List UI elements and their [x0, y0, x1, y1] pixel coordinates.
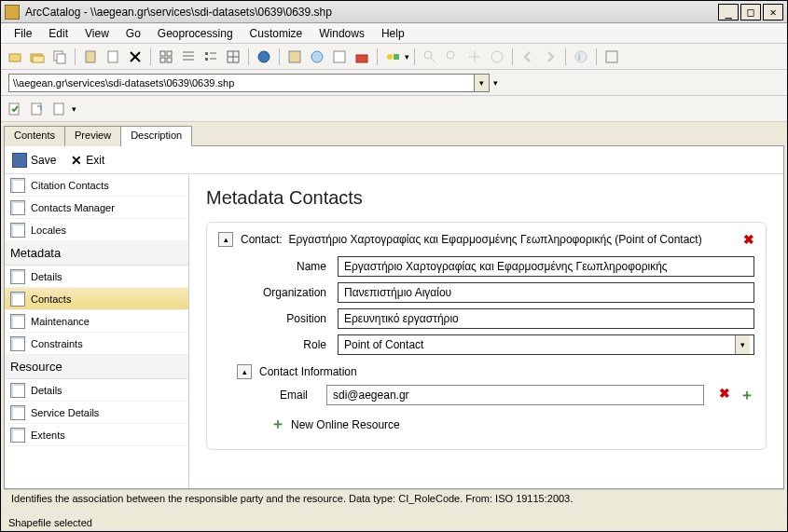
- doc-icon: [10, 200, 25, 215]
- zoom-in-icon: [420, 47, 440, 67]
- menu-file[interactable]: File: [7, 25, 39, 42]
- menu-edit[interactable]: Edit: [41, 25, 76, 42]
- contact-title: Contact: Εργαστήριο Χαρτογραφίας και Εφα…: [241, 233, 736, 246]
- svg-rect-37: [9, 103, 19, 115]
- svg-rect-4: [57, 54, 65, 63]
- delete-email-button[interactable]: ✖: [719, 386, 730, 405]
- svg-rect-11: [160, 58, 165, 62]
- properties-icon[interactable]: [49, 99, 70, 119]
- nav-metadata-constraints[interactable]: Constraints: [5, 333, 188, 355]
- doc-icon: [10, 383, 25, 398]
- name-label: Name: [242, 260, 326, 273]
- collapse-contactinfo-button[interactable]: ▴: [237, 364, 252, 379]
- nav-locales[interactable]: Locales: [5, 219, 188, 241]
- collapse-contact-button[interactable]: ▴: [218, 232, 233, 247]
- plus-icon: ＋: [270, 415, 285, 434]
- arcscene-icon[interactable]: [329, 47, 350, 67]
- toolbar-secondary: ▾: [1, 96, 787, 122]
- connect-folder-icon[interactable]: [5, 47, 25, 67]
- minimize-button[interactable]: _: [718, 4, 739, 20]
- chevron-down-icon[interactable]: ▾: [735, 335, 750, 354]
- new-icon[interactable]: [103, 47, 123, 67]
- svg-rect-9: [160, 51, 165, 56]
- name-input[interactable]: [338, 256, 754, 277]
- back-icon: [518, 47, 538, 67]
- role-select[interactable]: Point of Contact ▾: [338, 334, 754, 355]
- email-label: Email: [261, 389, 308, 402]
- menu-view[interactable]: View: [77, 25, 117, 42]
- svg-rect-12: [167, 58, 172, 62]
- nav-contacts-manager[interactable]: Contacts Manager: [5, 197, 188, 219]
- list-icon[interactable]: [178, 47, 199, 67]
- svg-rect-39: [54, 103, 63, 115]
- toolbar2-options-icon[interactable]: ▾: [72, 104, 76, 114]
- nav-resource-extents[interactable]: Extents: [5, 424, 188, 446]
- exit-icon: ✕: [71, 153, 82, 168]
- maximize-button[interactable]: □: [740, 4, 761, 20]
- menu-windows[interactable]: Windows: [311, 25, 372, 42]
- form-area[interactable]: Metadata Contacts ▴ Contact: Εργαστήριο …: [189, 174, 783, 488]
- nav-resource-details[interactable]: Details: [5, 379, 188, 402]
- save-button[interactable]: Save: [12, 153, 56, 168]
- menu-customize[interactable]: Customize: [242, 25, 311, 42]
- exit-button[interactable]: ✕ Exit: [71, 153, 104, 168]
- menu-geoprocessing[interactable]: Geoprocessing: [150, 25, 241, 42]
- svg-rect-29: [394, 54, 399, 60]
- toolbox-icon[interactable]: [352, 47, 372, 67]
- save-icon: [12, 153, 27, 168]
- tab-description[interactable]: Description: [120, 126, 192, 146]
- large-icons-icon[interactable]: [156, 47, 176, 67]
- arccatalog-icon[interactable]: [254, 47, 274, 67]
- export-icon[interactable]: [27, 99, 48, 119]
- toolbar-main: ▾ i: [1, 44, 787, 70]
- nav-metadata-maintenance[interactable]: Maintenance: [5, 310, 188, 333]
- svg-rect-18: [205, 58, 208, 61]
- organization-input[interactable]: [338, 282, 754, 303]
- arcglobe-icon[interactable]: [307, 47, 327, 67]
- status-bar: Shapefile selected: [1, 512, 787, 531]
- add-email-button[interactable]: ＋: [740, 386, 754, 405]
- nav-heading-metadata: Metadata: [5, 241, 188, 266]
- menu-help[interactable]: Help: [374, 25, 412, 42]
- dropdown-icon[interactable]: ▾: [405, 52, 409, 61]
- delete-contact-button[interactable]: ✖: [743, 232, 754, 247]
- action-bar: Save ✕ Exit: [5, 146, 783, 174]
- position-input[interactable]: [338, 308, 754, 329]
- email-input[interactable]: [326, 385, 704, 405]
- toolbar-options-icon[interactable]: ▾: [493, 78, 498, 88]
- open-icon[interactable]: [27, 47, 48, 67]
- location-dropdown[interactable]: ▾: [475, 74, 490, 92]
- svg-point-33: [491, 51, 503, 62]
- nav-heading-resource: Resource: [5, 355, 188, 379]
- nav-tree[interactable]: Citation Contacts Contacts Manager Local…: [5, 174, 189, 488]
- close-button[interactable]: ✕: [763, 4, 783, 20]
- svg-point-30: [424, 51, 432, 59]
- tab-preview[interactable]: Preview: [64, 126, 121, 146]
- validate-icon[interactable]: [5, 99, 25, 119]
- menu-go[interactable]: Go: [118, 25, 148, 42]
- delete-icon[interactable]: [125, 47, 145, 67]
- identify-icon: i: [571, 47, 591, 67]
- tab-contents[interactable]: Contents: [4, 126, 65, 146]
- svg-rect-5: [86, 51, 95, 62]
- doc-icon: [10, 336, 25, 351]
- svg-rect-2: [33, 56, 44, 62]
- nav-citation-contacts[interactable]: Citation Contacts: [5, 174, 188, 197]
- nav-metadata-contacts[interactable]: Contacts: [5, 288, 188, 310]
- details-icon[interactable]: [200, 47, 221, 67]
- model-builder-icon[interactable]: [382, 47, 403, 67]
- location-input[interactable]: [8, 74, 475, 92]
- tabs: Contents Preview Description: [4, 125, 784, 145]
- role-label: Role: [242, 338, 326, 351]
- search-icon[interactable]: [601, 47, 622, 67]
- nav-metadata-details[interactable]: Details: [5, 266, 188, 288]
- page-title: Metadata Contacts: [206, 187, 767, 209]
- copy-icon[interactable]: [49, 47, 70, 67]
- nav-resource-service-details[interactable]: Service Details: [5, 402, 188, 424]
- svg-rect-38: [32, 103, 41, 115]
- arcmap-icon[interactable]: [284, 47, 305, 67]
- thumbnails-icon[interactable]: [223, 47, 243, 67]
- new-online-resource-button[interactable]: ＋ New Online Resource: [270, 415, 754, 434]
- paste-icon[interactable]: [80, 47, 101, 67]
- svg-rect-24: [289, 51, 300, 62]
